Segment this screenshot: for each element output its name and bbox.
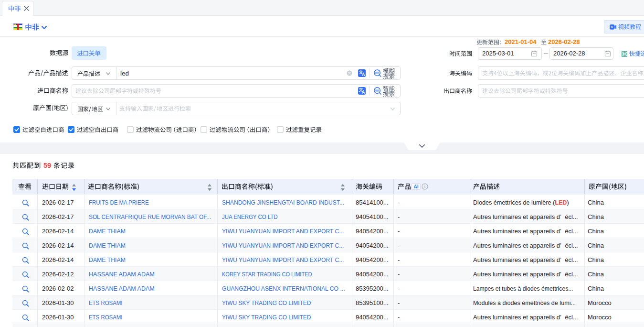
svg-text:AI: AI (413, 184, 419, 189)
